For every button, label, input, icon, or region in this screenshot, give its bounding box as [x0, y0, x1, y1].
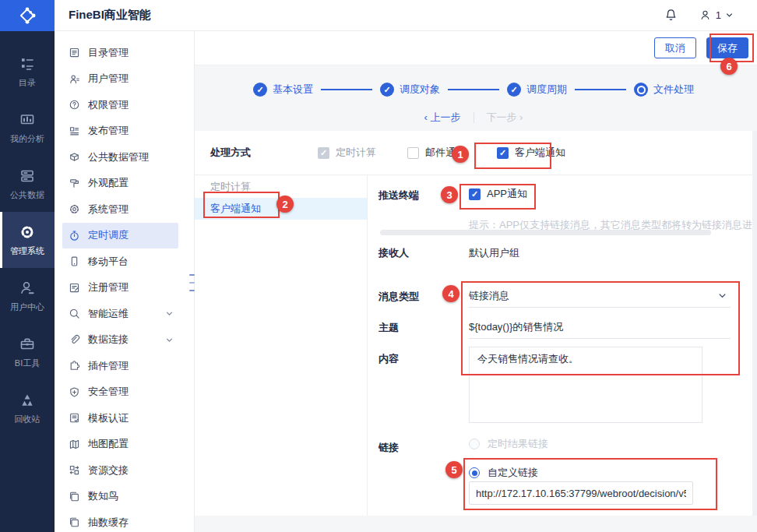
wizard-step-1[interactable]: ✓ 基本设置	[253, 83, 313, 97]
receiver-value: 默认用户组	[469, 246, 519, 260]
panel-collapse-handle[interactable]	[189, 274, 195, 291]
rail-item-analysis[interactable]: 我的分析	[0, 100, 55, 156]
register-icon	[69, 282, 80, 294]
user-mgr-icon	[69, 73, 80, 85]
wizard-nav: ‹ 上一步 下一步 ›	[195, 111, 752, 125]
topbar: FineBI商业智能 1	[55, 0, 757, 31]
catalog-icon	[19, 55, 36, 72]
content-textarea[interactable]: 今天销售情况请查收。	[469, 347, 702, 423]
menu-item-copy-doc[interactable]: 抽数缓存	[62, 509, 178, 532]
step-nav-divider	[474, 112, 474, 123]
app-notify-checkbox[interactable]: ✓ APP通知	[469, 187, 527, 201]
process-mode-row: 处理方式 ✓ 定时计算 邮件通知 ✓ 客户端通知	[210, 140, 752, 164]
custom-link-input[interactable]: http://172.17.10.165:37799/webroot/decis…	[469, 481, 693, 505]
annotation-badge-6: 6	[720, 58, 738, 75]
finebi-logo[interactable]	[0, 0, 55, 31]
divider	[367, 174, 368, 516]
rail-item-public-data[interactable]: 公共数据	[0, 156, 55, 212]
process-mode-label: 处理方式	[210, 146, 251, 160]
menu-item-system[interactable]: 系统管理	[62, 196, 178, 223]
subject-label: 主题	[378, 321, 399, 335]
menu-item-publish[interactable]: 发布管理	[62, 118, 178, 145]
menu-item-map[interactable]: 地图配置	[62, 432, 178, 458]
menu-item-user-mgr[interactable]: 用户管理	[62, 66, 178, 93]
step-connector	[321, 89, 372, 90]
rail-item-bi-tools[interactable]: BI工具	[0, 324, 55, 380]
publish-icon	[69, 125, 80, 137]
link-radio-1[interactable]: 定时结果链接	[469, 437, 548, 451]
permission-icon	[69, 99, 80, 111]
menu-item-template-cert[interactable]: 模板认证	[62, 405, 178, 432]
process-option-3[interactable]: ✓ 客户端通知	[497, 146, 565, 160]
resource-handover-icon	[69, 464, 80, 476]
content-value: 今天销售情况请查收。	[477, 353, 579, 365]
finebi-logo-icon	[17, 5, 37, 26]
security-icon	[69, 386, 80, 398]
horizontal-scrollbar[interactable]	[380, 230, 711, 235]
save-button[interactable]: 保存	[706, 37, 748, 58]
prev-step-button[interactable]: ‹ 上一步	[424, 111, 461, 125]
custom-link-value: http://172.17.10.165:37799/webroot/decis…	[476, 488, 686, 499]
menu-item-permission[interactable]: 权限管理	[62, 92, 178, 118]
annotation-badge-2: 2	[276, 196, 294, 213]
step-connector	[448, 89, 499, 90]
user-menu[interactable]: 1	[699, 9, 734, 22]
menu-item-plugin[interactable]: 插件管理	[62, 353, 178, 379]
menu-item-copy-doc[interactable]: 数知鸟	[62, 484, 178, 510]
checkbox-checked-disabled-icon: ✓	[318, 147, 329, 159]
divider	[195, 174, 752, 175]
rail-item-manage[interactable]: 管理系统	[0, 212, 55, 268]
push-terminal-label: 推送终端	[378, 188, 419, 203]
annotation-badge-4: 4	[442, 285, 459, 302]
step-connector	[575, 89, 626, 90]
menu-item-register[interactable]: 注册管理	[62, 275, 178, 301]
menu-item-ops[interactable]: 智能运维	[62, 301, 178, 327]
subject-value: ${today()}的销售情况	[469, 320, 563, 334]
annotation-badge-1: 1	[452, 146, 469, 163]
file-handling-panel: 处理方式 ✓ 定时计算 邮件通知 ✓ 客户端通知 定时计算客户端通知 推送终端 …	[195, 131, 752, 516]
menu-item-mobile[interactable]: 移动平台	[62, 248, 178, 275]
system-icon	[69, 203, 80, 215]
recycle-icon	[19, 392, 36, 409]
msg-type-value: 链接消息	[469, 289, 509, 303]
checkbox-checked-icon: ✓	[469, 188, 481, 200]
copy-doc-icon	[69, 516, 80, 528]
manage-icon	[19, 224, 36, 241]
msg-type-select[interactable]: 链接消息	[469, 284, 731, 308]
process-option-1[interactable]: ✓ 定时计算	[318, 146, 376, 160]
checkbox-unchecked-icon	[407, 147, 419, 159]
cancel-button[interactable]: 取消	[654, 37, 696, 58]
menu-item-appearance[interactable]: 外观配置	[62, 171, 178, 197]
menu-item-data-connection[interactable]: 数据连接	[62, 327, 178, 354]
wizard-step-3[interactable]: ✓ 调度周期	[507, 83, 567, 97]
nav-rail: 目录我的分析公共数据管理系统用户中心BI工具回收站	[0, 31, 55, 532]
link-radio-2[interactable]: 自定义链接	[469, 466, 538, 480]
catalog-mgr-icon	[69, 47, 80, 58]
app-title: FineBI商业智能	[69, 8, 151, 23]
link-label: 链接	[378, 441, 399, 455]
annotation-badge-5: 5	[445, 461, 463, 478]
public-data-icon	[19, 167, 36, 185]
chevron-down-icon	[717, 291, 727, 301]
chevron-down-icon	[725, 11, 734, 19]
rail-item-catalog[interactable]: 目录	[0, 44, 55, 100]
radio-selected-icon	[469, 467, 480, 478]
wizard-step-4[interactable]: 文件处理	[634, 83, 694, 97]
user-center-icon	[19, 280, 36, 297]
bi-tools-icon	[19, 336, 36, 353]
schedule-icon	[69, 230, 80, 241]
vertical-scrollbar[interactable]	[752, 131, 757, 516]
bell-icon[interactable]	[664, 8, 678, 23]
notify-type-item-1[interactable]: 定时计算	[195, 176, 367, 198]
rail-item-recycle[interactable]: 回收站	[0, 380, 55, 436]
next-step-button[interactable]: 下一步 ›	[487, 111, 523, 125]
menu-item-security[interactable]: 安全管理	[62, 379, 178, 406]
rail-item-user-center[interactable]: 用户中心	[0, 268, 55, 324]
subject-input[interactable]: ${today()}的销售情况	[469, 315, 731, 339]
menu-item-public-data-mgr[interactable]: 公共数据管理	[62, 144, 178, 171]
menu-item-schedule[interactable]: 定时调度	[62, 223, 178, 249]
wizard-step-2[interactable]: ✓ 调度对象	[380, 83, 440, 97]
radio-disabled-icon	[469, 439, 480, 449]
menu-item-resource-handover[interactable]: 资源交接	[62, 457, 178, 484]
menu-item-catalog-mgr[interactable]: 目录管理	[62, 40, 178, 66]
